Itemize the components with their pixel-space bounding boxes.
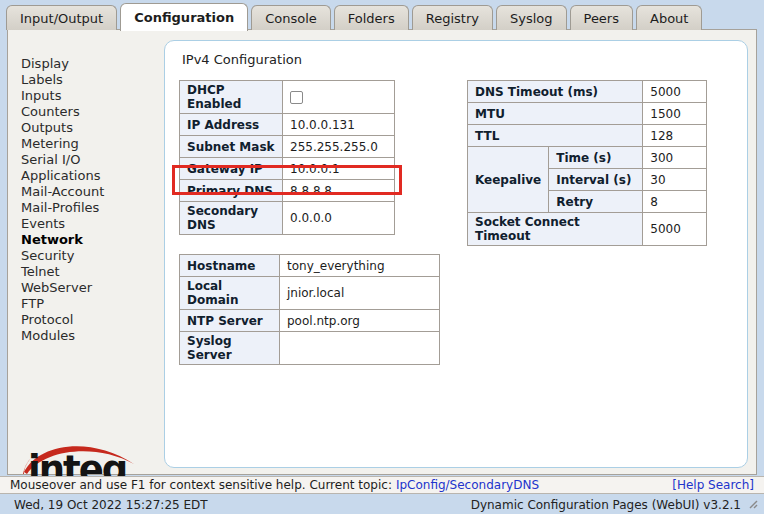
sidebar-item-modules[interactable]: Modules <box>21 328 161 344</box>
keepalive-retry-label: Retry <box>549 191 643 213</box>
help-search-link[interactable]: [Help Search] <box>672 478 754 492</box>
table-row: Keepalive Time (s) 300 <box>468 147 707 169</box>
tab-input-output[interactable]: Input/Output <box>6 5 117 30</box>
webui-screen: Input/Output Configuration Console Folde… <box>0 0 764 514</box>
keepalive-time-value[interactable]: 300 <box>643 147 707 169</box>
sidebar-item-display[interactable]: Display <box>21 56 161 72</box>
subnet-mask-label: Subnet Mask <box>180 136 283 158</box>
table-row: Socket Connect Timeout 5000 <box>468 213 707 246</box>
sidebar-item-serial-io[interactable]: Serial I/O <box>21 152 161 168</box>
content-panel: Display Labels Inputs Counters Outputs M… <box>7 29 757 475</box>
sidebar-item-labels[interactable]: Labels <box>21 72 161 88</box>
table-row: IP Address 10.0.0.131 <box>180 114 395 136</box>
secondary-dns-label: Secondary DNS <box>180 202 283 235</box>
keepalive-retry-value[interactable]: 8 <box>643 191 707 213</box>
help-text: Mouseover and use F1 for context sensiti… <box>10 478 392 492</box>
keepalive-interval-value[interactable]: 30 <box>643 169 707 191</box>
primary-dns-value[interactable]: 8.8.8.8 <box>283 180 395 202</box>
sidebar-item-events[interactable]: Events <box>21 216 161 232</box>
dhcp-enabled-checkbox[interactable] <box>290 91 303 104</box>
gateway-ip-value[interactable]: 10.0.0.1 <box>283 158 395 180</box>
status-version: Dynamic Configuration Pages (WebUI) v3.2… <box>471 498 741 512</box>
tab-folders[interactable]: Folders <box>334 5 409 30</box>
sidebar-item-mail-account[interactable]: Mail-Account <box>21 184 161 200</box>
table-row: TTL 128 <box>468 125 707 147</box>
table-row: Subnet Mask 255.255.255.0 <box>180 136 395 158</box>
sidebar-nav: Display Labels Inputs Counters Outputs M… <box>21 56 161 344</box>
table-row: Hostname tony_everything <box>180 255 440 277</box>
mtu-value[interactable]: 1500 <box>643 103 707 125</box>
gateway-ip-label: Gateway IP <box>180 158 283 180</box>
socket-connect-timeout-label: Socket Connect Timeout <box>468 213 643 246</box>
tab-bar: Input/Output Configuration Console Folde… <box>0 0 764 30</box>
hostname-label: Hostname <box>180 255 280 277</box>
sidebar-item-inputs[interactable]: Inputs <box>21 88 161 104</box>
dhcp-enabled-label: DHCP Enabled <box>180 81 283 114</box>
ttl-value[interactable]: 128 <box>643 125 707 147</box>
network-timeouts-table: DNS Timeout (ms) 5000 MTU 1500 TTL 128 K… <box>467 80 707 246</box>
tab-configuration[interactable]: Configuration <box>120 3 248 31</box>
dns-timeout-value[interactable]: 5000 <box>643 81 707 103</box>
table-row: MTU 1500 <box>468 103 707 125</box>
ip-config-table: DHCP Enabled IP Address 10.0.0.131 Subne… <box>179 80 395 235</box>
keepalive-interval-label: Interval (s) <box>549 169 643 191</box>
ip-address-value[interactable]: 10.0.0.131 <box>283 114 395 136</box>
page-title: IPv4 Configuration <box>182 52 302 67</box>
table-row: Local Domain jnior.local <box>180 277 440 310</box>
hostname-table: Hostname tony_everything Local Domain jn… <box>179 254 440 365</box>
tab-registry[interactable]: Registry <box>412 5 493 30</box>
keepalive-label: Keepalive <box>468 147 549 213</box>
table-row: DHCP Enabled <box>180 81 395 114</box>
sidebar-item-security[interactable]: Security <box>21 248 161 264</box>
sidebar-item-protocol[interactable]: Protocol <box>21 312 161 328</box>
sidebar-item-mail-profiles[interactable]: Mail-Profiles <box>21 200 161 216</box>
tab-peers[interactable]: Peers <box>570 5 634 30</box>
secondary-dns-value[interactable]: 0.0.0.0 <box>283 202 395 235</box>
resize-grip-icon[interactable] <box>747 498 758 512</box>
sidebar-item-outputs[interactable]: Outputs <box>21 120 161 136</box>
table-row: NTP Server pool.ntp.org <box>180 310 440 332</box>
ntp-server-value[interactable]: pool.ntp.org <box>280 310 440 332</box>
table-row: DNS Timeout (ms) 5000 <box>468 81 707 103</box>
sidebar-item-webserver[interactable]: WebServer <box>21 280 161 296</box>
sidebar-item-counters[interactable]: Counters <box>21 104 161 120</box>
help-topic-link[interactable]: IpConfig/SecondaryDNS <box>396 478 539 492</box>
syslog-server-value[interactable] <box>280 332 440 365</box>
keepalive-time-label: Time (s) <box>549 147 643 169</box>
sidebar-item-metering[interactable]: Metering <box>21 136 161 152</box>
mtu-label: MTU <box>468 103 643 125</box>
dhcp-enabled-cell <box>283 81 395 114</box>
hostname-value[interactable]: tony_everything <box>280 255 440 277</box>
ipv4-config-pane: IPv4 Configuration DHCP Enabled IP Addre… <box>164 40 748 468</box>
local-domain-label: Local Domain <box>180 277 280 310</box>
syslog-server-label: Syslog Server <box>180 332 280 365</box>
tab-syslog[interactable]: Syslog <box>496 5 567 30</box>
sidebar-item-ftp[interactable]: FTP <box>21 296 161 312</box>
socket-connect-timeout-value[interactable]: 5000 <box>643 213 707 246</box>
sidebar-item-applications[interactable]: Applications <box>21 168 161 184</box>
tab-about[interactable]: About <box>636 5 702 30</box>
subnet-mask-value[interactable]: 255.255.255.0 <box>283 136 395 158</box>
table-row: Secondary DNS 0.0.0.0 <box>180 202 395 235</box>
ttl-label: TTL <box>468 125 643 147</box>
sidebar-item-network[interactable]: Network <box>21 232 161 248</box>
dns-timeout-label: DNS Timeout (ms) <box>468 81 643 103</box>
table-row: Primary DNS 8.8.8.8 <box>180 180 395 202</box>
status-datetime: Wed, 19 Oct 2022 15:27:25 EDT <box>14 498 208 512</box>
table-row: Syslog Server <box>180 332 440 365</box>
table-row: Gateway IP 10.0.0.1 <box>180 158 395 180</box>
ntp-server-label: NTP Server <box>180 310 280 332</box>
sidebar-item-telnet[interactable]: Telnet <box>21 264 161 280</box>
local-domain-value[interactable]: jnior.local <box>280 277 440 310</box>
tab-console[interactable]: Console <box>251 5 331 30</box>
ip-address-label: IP Address <box>180 114 283 136</box>
help-bar: Mouseover and use F1 for context sensiti… <box>0 476 764 494</box>
status-bar: Wed, 19 Oct 2022 15:27:25 EDT Dynamic Co… <box>0 495 764 514</box>
primary-dns-label: Primary DNS <box>180 180 283 202</box>
